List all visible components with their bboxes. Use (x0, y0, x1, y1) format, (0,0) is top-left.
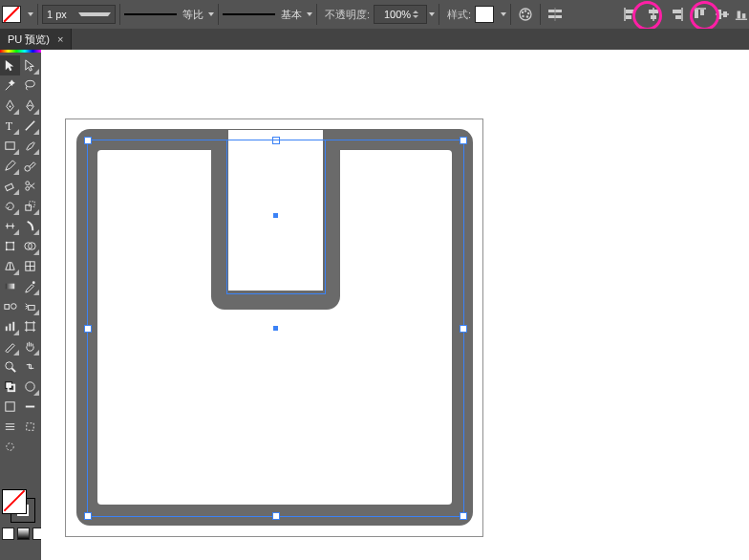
canvas-area[interactable] (41, 50, 749, 560)
style-label: 样式: (447, 8, 471, 22)
anchor-center-big[interactable] (273, 326, 278, 331)
svg-point-35 (26, 186, 30, 190)
warp-tool[interactable] (20, 216, 40, 236)
paintbrush-tool[interactable] (20, 136, 40, 156)
svg-point-40 (12, 242, 14, 244)
svg-point-56 (6, 362, 13, 370)
handle-s[interactable] (272, 512, 280, 520)
rotate-tool[interactable] (0, 196, 20, 216)
fill-stroke-indicator[interactable] (2, 489, 38, 526)
lasso-tool[interactable] (20, 75, 40, 96)
mesh-tool[interactable] (20, 256, 40, 276)
pen-tool[interactable] (0, 96, 20, 116)
blend-tool[interactable] (0, 296, 20, 316)
svg-rect-61 (6, 402, 14, 411)
handle-ne[interactable] (460, 137, 467, 144)
separator (119, 4, 120, 25)
svg-point-63 (7, 443, 14, 451)
svg-point-41 (6, 248, 8, 250)
document-tab[interactable]: PU 预览) × (0, 29, 72, 50)
column-graph-tool[interactable] (0, 316, 20, 336)
eraser-tool[interactable] (0, 176, 20, 196)
align-top-button[interactable] (689, 4, 710, 25)
direct-selection-tool[interactable] (20, 55, 40, 75)
symbol-sprayer-tool[interactable] (20, 296, 40, 316)
document-tab-bar: PU 预览) × (0, 29, 749, 50)
svg-rect-37 (30, 202, 35, 207)
stroke-profile-field[interactable]: 等比 (124, 4, 214, 25)
zoom-tool[interactable] (0, 356, 20, 377)
svg-rect-62 (27, 423, 34, 431)
hand-tool[interactable] (20, 336, 40, 356)
brush-definition-field[interactable]: 基本 (223, 4, 312, 25)
line-tool[interactable] (20, 116, 40, 136)
align-panel-button[interactable] (545, 4, 566, 25)
svg-text:T: T (6, 119, 13, 133)
svg-rect-19 (695, 10, 698, 18)
gradient-tool[interactable] (0, 276, 20, 296)
align-hcenter-button[interactable] (643, 4, 664, 25)
align-vcenter-button[interactable] (712, 4, 733, 25)
align-right-button[interactable] (666, 4, 687, 25)
default-fill-stroke[interactable] (0, 377, 20, 397)
svg-point-5 (522, 11, 524, 13)
svg-point-34 (26, 182, 30, 185)
type-tool[interactable]: T (0, 116, 20, 136)
curvature-tool[interactable] (20, 96, 40, 116)
align-left-button[interactable] (620, 4, 641, 25)
svg-line-57 (11, 368, 15, 372)
separator (316, 4, 317, 25)
svg-point-50 (11, 304, 16, 310)
mini-gradient[interactable] (17, 528, 30, 540)
svg-rect-47 (6, 284, 14, 290)
scissors-tool[interactable] (20, 176, 40, 196)
color-mode-mini (2, 528, 45, 540)
shape-builder-tool[interactable] (20, 236, 40, 256)
options-bar: 1 px 等比 基本 不透明度: 100% 样式: (0, 0, 749, 29)
width-tool[interactable] (0, 216, 20, 236)
handle-nw[interactable] (84, 137, 92, 144)
svg-point-42 (12, 248, 14, 250)
svg-rect-52 (6, 327, 8, 332)
extra-tool-5[interactable] (20, 417, 40, 437)
handle-e[interactable] (460, 325, 467, 333)
toolbox: T (0, 50, 41, 560)
recolor-artwork-button[interactable] (515, 4, 536, 25)
perspective-tool[interactable] (0, 256, 20, 276)
anchor-center-small[interactable] (273, 213, 278, 218)
align-bottom-button[interactable] (735, 4, 748, 25)
slice-tool[interactable] (0, 336, 20, 356)
extra-tool-3[interactable] (20, 397, 40, 417)
brush-preview (223, 13, 275, 15)
svg-rect-20 (700, 10, 704, 15)
handle-w[interactable] (84, 325, 92, 333)
extra-tool-6[interactable] (0, 437, 20, 457)
pencil-tool[interactable] (0, 156, 20, 176)
eyedropper-tool[interactable] (20, 276, 40, 296)
extra-tool-1[interactable] (20, 377, 40, 397)
fill-swatch[interactable] (2, 489, 27, 514)
svg-rect-17 (675, 15, 681, 19)
handle-se[interactable] (460, 512, 467, 520)
artboard-tool[interactable] (20, 316, 40, 336)
scale-tool[interactable] (20, 196, 40, 216)
mini-color[interactable] (2, 528, 14, 540)
extra-tool-2[interactable] (0, 397, 20, 417)
close-icon[interactable]: × (57, 33, 63, 45)
opacity-field[interactable]: 100% (374, 5, 427, 24)
free-transform-tool[interactable] (0, 236, 20, 256)
svg-rect-55 (27, 323, 34, 331)
selection-tool[interactable] (0, 55, 20, 75)
stroke-width-field[interactable]: 1 px (42, 5, 116, 24)
separator (37, 4, 38, 25)
graphic-style-field[interactable] (475, 4, 506, 25)
toggle-fill-stroke[interactable] (20, 356, 40, 377)
stroke-swatch-none[interactable] (2, 4, 33, 25)
color-strip (0, 50, 41, 53)
blob-brush-tool[interactable] (20, 156, 40, 176)
extra-tool-4[interactable] (0, 417, 20, 437)
brush-label: 基本 (281, 8, 302, 22)
rectangle-tool[interactable] (0, 136, 20, 156)
magic-wand-tool[interactable] (0, 75, 20, 96)
handle-sw[interactable] (84, 512, 92, 520)
